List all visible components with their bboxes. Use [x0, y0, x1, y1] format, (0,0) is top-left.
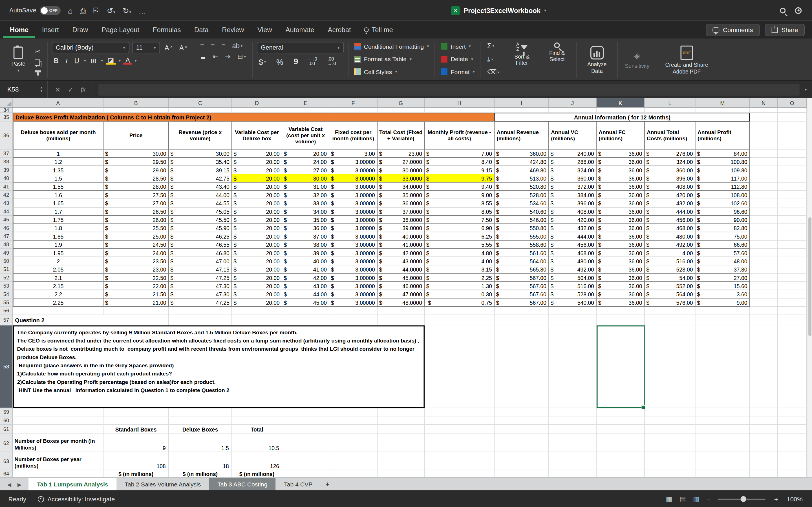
cell-L51[interactable]: $528.00	[645, 265, 696, 274]
cell-J55[interactable]: $540.00	[549, 298, 597, 307]
cell-D49[interactable]: $20.00	[232, 249, 282, 257]
cell-F38[interactable]: $3.00000	[329, 158, 377, 166]
font-name-combo[interactable]: Calibri (Body)▾	[52, 42, 130, 53]
sheet-tab-tab-3-abc-costing[interactable]: Tab 3 ABC Costing	[209, 478, 276, 490]
cell-H41[interactable]: $9.40	[424, 182, 495, 191]
annual-info-header-cell[interactable]: Annual information ( for 12 Months)	[495, 113, 750, 121]
cell-I34[interactable]	[495, 108, 549, 113]
column-header-F[interactable]: F	[329, 98, 377, 108]
cell-K49[interactable]: $36.00	[597, 249, 645, 257]
autosave-control[interactable]: AutoSave OFF	[9, 6, 61, 15]
increase-font-button[interactable]: A˄	[162, 44, 174, 52]
cell-F48[interactable]: $3.00000	[329, 240, 377, 249]
cell-K48[interactable]: $36.00	[597, 240, 645, 249]
cell-C61[interactable]: Deluxe Boxes	[169, 425, 232, 434]
cell-E41[interactable]: $31.00	[282, 182, 329, 191]
cell-N35[interactable]	[750, 113, 778, 121]
cell-N62[interactable]	[750, 434, 778, 452]
cell-D38[interactable]: $20.00	[232, 158, 282, 166]
cell-D55[interactable]: $20.00	[232, 298, 282, 307]
column-header-C[interactable]: C	[169, 98, 232, 108]
font-size-combo[interactable]: 11▾	[132, 42, 160, 53]
cell-B38[interactable]: $29.50	[103, 158, 168, 166]
italic-button[interactable]: I	[63, 57, 70, 64]
cell-G43[interactable]: $36.0000	[377, 199, 424, 207]
cell-A42[interactable]: 1.6	[13, 191, 103, 199]
row-header-38[interactable]: 38	[0, 158, 13, 166]
cell-J54[interactable]: $528.00	[549, 290, 597, 298]
cell-N45[interactable]	[750, 216, 778, 224]
cell-F51[interactable]: $3.00000	[329, 265, 377, 274]
cell-M49[interactable]: $57.60	[696, 249, 750, 257]
cell-L64[interactable]	[645, 470, 696, 478]
delete-cells-button[interactable]: Delete▾	[439, 55, 476, 63]
cell-M50[interactable]: $48.00	[696, 257, 750, 265]
cell-O49[interactable]	[778, 249, 807, 257]
cell-J45[interactable]: $420.00	[549, 216, 597, 224]
cell-J42[interactable]: $384.00	[549, 191, 597, 199]
cell-B62[interactable]: 9	[103, 434, 168, 452]
cell-A52[interactable]: 2.1	[13, 274, 103, 282]
ribbon-tab-home[interactable]: Home	[3, 22, 35, 38]
search-icon[interactable]	[780, 8, 785, 13]
cell-F36[interactable]: Fixed cost per month (millions)	[329, 122, 377, 150]
row-header-52[interactable]: 52	[0, 274, 13, 282]
cell-C63[interactable]: 18	[169, 452, 232, 470]
cell-E53[interactable]: $43.00	[282, 282, 329, 290]
cell-B34[interactable]	[103, 108, 168, 113]
cell-I48[interactable]: $558.60	[495, 240, 549, 249]
cell-J36[interactable]: Annual VC (millions)	[549, 122, 597, 150]
cell-B50[interactable]: $23.50	[103, 257, 168, 265]
cell-J38[interactable]: $288.00	[549, 158, 597, 166]
cell-G34[interactable]	[377, 108, 424, 113]
cell-F47[interactable]: $3.00000	[329, 232, 377, 240]
cell-D63[interactable]: 126	[232, 452, 282, 470]
cell-I39[interactable]: $469.80	[495, 166, 549, 174]
cell-H55[interactable]: -$0.75	[424, 298, 495, 307]
cell-I47[interactable]: $555.00	[495, 232, 549, 240]
more-commands-icon[interactable]: …	[139, 6, 146, 14]
cell-D61[interactable]: Total	[232, 425, 282, 434]
cell-E48[interactable]: $38.00	[282, 240, 329, 249]
cell-D46[interactable]: $20.00	[232, 224, 282, 232]
zoom-slider[interactable]	[718, 499, 765, 500]
cell-K54[interactable]: $36.00	[597, 290, 645, 298]
cell-N58[interactable]	[750, 325, 778, 408]
cell-J63[interactable]	[549, 452, 597, 470]
row-header-54[interactable]: 54	[0, 290, 13, 298]
cell-C39[interactable]: $39.15	[169, 166, 232, 174]
cell-B52[interactable]: $22.50	[103, 274, 168, 282]
cell-K62[interactable]	[597, 434, 645, 452]
column-header-J[interactable]: J	[549, 98, 597, 108]
zoom-out-button[interactable]: −	[707, 495, 711, 503]
cell-J39[interactable]: $324.00	[549, 166, 597, 174]
cell-M53[interactable]: $15.60	[696, 282, 750, 290]
cell-O46[interactable]	[778, 224, 807, 232]
row-header-50[interactable]: 50	[0, 257, 13, 265]
cell-I64[interactable]	[495, 470, 549, 478]
cell-O63[interactable]	[778, 452, 807, 470]
cell-A60[interactable]	[13, 416, 103, 425]
cell-N51[interactable]	[750, 265, 778, 274]
cell-J40[interactable]: $360.00	[549, 174, 597, 182]
cell-G38[interactable]: $27.0000	[377, 158, 424, 166]
cell-B47[interactable]: $25.00	[103, 232, 168, 240]
cell-G37[interactable]: $23.00	[377, 150, 424, 158]
cell-J58[interactable]	[549, 325, 597, 408]
column-header-N[interactable]: N	[750, 98, 778, 108]
ribbon-tab-draw[interactable]: Draw	[66, 22, 95, 38]
cell-F42[interactable]: $3.00000	[329, 191, 377, 199]
name-box-spinner[interactable]: ▲▼	[40, 86, 43, 93]
cell-C62[interactable]: 1.5	[169, 434, 232, 452]
cell-G52[interactable]: $45.0000	[377, 274, 424, 282]
cell-F63[interactable]	[329, 452, 377, 470]
cell-M48[interactable]: $66.60	[696, 240, 750, 249]
format-as-table-button[interactable]: Format as Table▾	[352, 55, 430, 63]
cell-G40[interactable]: $33.0000	[377, 174, 424, 182]
cell-F45[interactable]: $3.00000	[329, 216, 377, 224]
cell-K61[interactable]	[597, 425, 645, 434]
cell-N38[interactable]	[750, 158, 778, 166]
cell-N60[interactable]	[750, 416, 778, 425]
row-header-57[interactable]: 57	[0, 315, 13, 326]
cell-B61[interactable]: Standard Boxes	[103, 425, 168, 434]
